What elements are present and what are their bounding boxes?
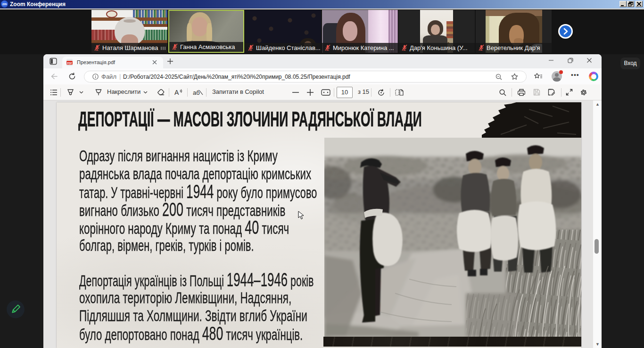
svg-text:A: A xyxy=(174,89,179,96)
svg-text:аб: аб xyxy=(193,89,200,96)
svg-text:PDF: PDF xyxy=(67,62,73,65)
